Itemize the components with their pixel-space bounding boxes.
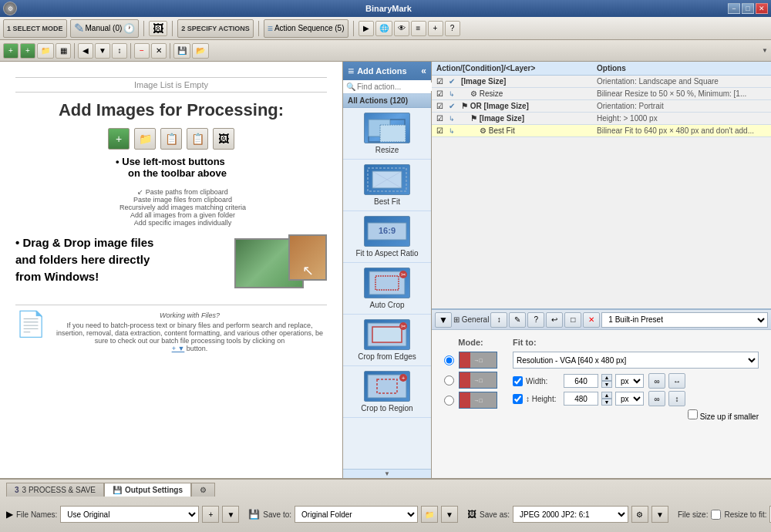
add-img-btn4[interactable]: 📋 <box>187 128 208 150</box>
resize-to-check[interactable] <box>711 510 721 520</box>
check-icon[interactable]: ☑ <box>436 89 449 98</box>
table-row[interactable]: ☑ ↳ ⚑ [Image Size] Height: > 1000 px <box>432 113 771 125</box>
save-as-label: Save as: <box>480 510 510 519</box>
actions-panel: ≡ Add Actions « 🔍 ⊞ All Actions (120) <box>343 62 432 478</box>
undo-btn[interactable]: ↩ <box>546 312 563 328</box>
table-row[interactable]: ☑ ✔ [Image Size] Orientation: Landscape … <box>432 76 771 88</box>
check-icon[interactable]: ☑ <box>436 114 449 123</box>
preset-select[interactable]: 1 Built-in Preset <box>601 312 768 328</box>
file-names-add-btn[interactable]: + <box>202 506 219 523</box>
action-item-autocrop[interactable]: ✂ Auto Crop <box>343 263 431 315</box>
drag-line1: • Drag & Drop image files <box>15 234 227 251</box>
sort-btn[interactable]: ↕ <box>112 43 127 59</box>
add-img-btn2[interactable]: 📁 <box>134 128 156 150</box>
maximize-button[interactable]: □ <box>742 3 754 14</box>
file-names-group: ▶ File Names: Use Original + ▼ <box>6 506 239 523</box>
move-btn[interactable]: ↕ <box>490 312 507 328</box>
output-tab[interactable]: 💾 Output Settings <box>104 483 191 497</box>
folder-btn[interactable]: 📁 <box>37 43 54 59</box>
width-check[interactable] <box>513 376 523 386</box>
action-item-cropregion[interactable]: + Crop to Region <box>343 366 431 418</box>
eye-btn[interactable]: 👁 <box>394 21 409 36</box>
width-down[interactable]: ▼ <box>601 381 612 388</box>
table-row[interactable]: ☑ ↳ ⚙ Best Fit Bilinear Fit to 640 px × … <box>432 125 771 137</box>
width-extra-btn[interactable]: ∞ <box>648 373 665 389</box>
width-lock-btn[interactable]: ↔ <box>668 373 685 389</box>
open-btn[interactable]: 📂 <box>192 43 209 59</box>
width-up[interactable]: ▲ <box>601 374 612 381</box>
removeall-btn[interactable]: ✕ <box>151 43 167 59</box>
close-button[interactable]: ✕ <box>756 3 768 14</box>
expand-btn[interactable]: ▼ <box>435 312 452 328</box>
list-btn[interactable]: ≡ <box>411 21 426 36</box>
action-item-bestfit[interactable]: Best Fit <box>343 160 431 211</box>
table-row[interactable]: ☑ ↳ ⚙ Resize Bilinear Resize to 50 × 50 … <box>432 88 771 100</box>
add2-btn[interactable]: + <box>20 43 35 59</box>
add-img-btn1[interactable]: + <box>108 128 130 150</box>
help-btn[interactable]: ? <box>527 312 544 328</box>
sub-bullet4: Add all images from a given folder <box>39 211 327 219</box>
bullet-use: • Use left-most buttons <box>116 156 227 167</box>
button-link[interactable]: + ▼ <box>172 345 185 352</box>
copy-btn[interactable]: □ <box>564 312 581 328</box>
arrow-left-btn[interactable]: ◀ <box>78 43 93 59</box>
preview-img2: ↖ <box>288 234 327 281</box>
actions-collapse-icon[interactable]: « <box>421 66 426 76</box>
save-to-browse-btn[interactable]: 📁 <box>421 506 438 523</box>
file-names-select[interactable]: Use Original <box>60 506 199 523</box>
fit-select[interactable]: Resolution - VGA [640 x 480 px] <box>513 352 759 369</box>
mode-radio3[interactable] <box>444 396 454 406</box>
minimize-button[interactable]: − <box>728 3 740 14</box>
check-icon[interactable]: ☑ <box>436 77 449 86</box>
add-img-btn5[interactable]: 🖼 <box>213 128 234 150</box>
sequence-section[interactable]: ≡ Action Sequence (5) <box>264 19 348 38</box>
height-link-btn[interactable]: ↕ <box>668 391 685 406</box>
size-up-check[interactable] <box>688 409 698 419</box>
fit-label: Fit to: <box>513 338 537 347</box>
action-item-aspect[interactable]: 16:9 Fit to Aspect Ratio <box>343 211 431 263</box>
add-img-btn3[interactable]: 📋 <box>160 128 182 150</box>
width-input[interactable] <box>564 374 598 388</box>
save-btn[interactable]: 💾 <box>173 43 190 59</box>
mode-radio1[interactable] <box>444 355 454 365</box>
height-extra-btn[interactable]: ∞ <box>648 391 665 406</box>
action-item-cropedge[interactable]: ✂ Crop from Edges <box>343 315 431 366</box>
height-up[interactable]: ▲ <box>601 392 612 399</box>
action-name: ⚙ Best Fit <box>480 126 597 135</box>
edit-btn[interactable]: ✎ <box>509 312 526 328</box>
save-as-settings-btn[interactable]: ⚙ <box>631 506 648 523</box>
actions-scroll-bottom[interactable]: ▼ <box>343 469 431 478</box>
manual-section[interactable]: ✎ Manual (0) 🕐 <box>70 19 140 38</box>
settings-tab[interactable]: ⚙ <box>191 483 215 497</box>
delete-btn[interactable]: ✕ <box>583 312 600 328</box>
save-to-more-btn[interactable]: ▼ <box>441 506 458 523</box>
check-icon[interactable]: ☑ <box>436 126 449 135</box>
remove-btn[interactable]: − <box>134 43 150 59</box>
grid-btn[interactable]: ▦ <box>56 43 71 59</box>
filter-btn[interactable]: ▼ <box>95 43 110 59</box>
height-down[interactable]: ▼ <box>601 399 612 406</box>
height-unit[interactable]: px <box>615 392 644 406</box>
save-to-select[interactable]: Original Folder <box>295 506 418 523</box>
actions-section[interactable]: 2 SPECIFY ACTIONS <box>177 19 254 38</box>
image-btn[interactable]: 🖼 <box>149 21 167 36</box>
save-as-more-btn[interactable]: ▼ <box>651 506 668 523</box>
collapse-btn[interactable]: ▼ <box>762 47 768 54</box>
manual-label: Manual (0) <box>86 24 123 32</box>
save-as-select[interactable]: JPEG 2000 JP2: 6:1 <box>513 506 628 523</box>
minus-btn[interactable]: ? <box>445 21 460 36</box>
width-unit[interactable]: px <box>615 374 644 388</box>
file-names-more-btn[interactable]: ▼ <box>222 506 239 523</box>
plus-btn[interactable]: + <box>428 21 443 36</box>
check-icon[interactable]: ☑ <box>436 102 449 110</box>
height-check[interactable] <box>513 394 523 404</box>
process-tab[interactable]: 3 3 PROCESS & SAVE <box>6 483 104 497</box>
export-btn[interactable]: ▶ <box>359 21 374 36</box>
table-row[interactable]: ☑ ✔ ⚑ OR [Image Size] Orientation: Portr… <box>432 100 771 113</box>
add-green-btn[interactable]: + <box>3 43 19 59</box>
action-item-resize[interactable]: Resize <box>343 108 431 160</box>
import-btn[interactable]: 🌐 <box>375 21 392 36</box>
gear-icon: ⚙ <box>200 486 207 494</box>
mode-radio2[interactable] <box>444 375 454 386</box>
height-input[interactable] <box>564 392 598 406</box>
